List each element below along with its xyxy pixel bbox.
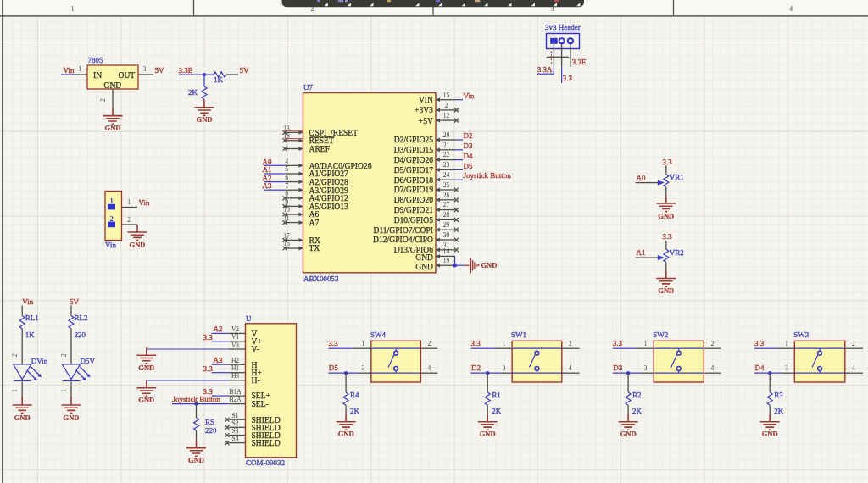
- svg-text:B1A: B1A: [229, 388, 242, 396]
- svg-text:1: 1: [11, 389, 19, 392]
- svg-text:3.3: 3.3: [203, 364, 214, 373]
- svg-text:1: 1: [78, 65, 81, 73]
- svg-text:2: 2: [127, 216, 131, 224]
- svg-text:2K: 2K: [774, 407, 784, 415]
- svg-text:15: 15: [443, 92, 450, 99]
- svg-text:Vin: Vin: [464, 92, 475, 100]
- svg-text:Vin: Vin: [105, 241, 116, 249]
- svg-text:2: 2: [109, 214, 113, 223]
- svg-text:V2: V2: [231, 325, 239, 333]
- svg-text:1: 1: [109, 197, 113, 205]
- svg-text:3: 3: [503, 364, 506, 372]
- svg-text:VR1: VR1: [670, 173, 684, 181]
- svg-text:D10/GPIO5: D10/GPIO5: [394, 215, 434, 225]
- svg-text:3.3: 3.3: [663, 158, 673, 166]
- svg-text:3: 3: [362, 364, 365, 372]
- svg-text:3: 3: [143, 65, 147, 73]
- svg-text:SW4: SW4: [370, 330, 387, 339]
- svg-text:A2: A2: [214, 325, 223, 333]
- svg-text:S3: S3: [232, 427, 239, 435]
- svg-text:1K: 1K: [214, 75, 224, 84]
- svg-text:3.3: 3.3: [754, 339, 765, 347]
- svg-text:D8/GPIO20: D8/GPIO20: [394, 195, 434, 204]
- svg-text:GND: GND: [415, 253, 433, 262]
- svg-text:S2: S2: [232, 419, 239, 427]
- svg-text:30: 30: [443, 231, 450, 239]
- svg-text:R2: R2: [632, 391, 642, 399]
- svg-text:D9/GPIO21: D9/GPIO21: [394, 205, 434, 214]
- svg-text:D5: D5: [329, 364, 338, 372]
- svg-text:SEL-: SEL-: [252, 399, 269, 408]
- svg-text:SW3: SW3: [793, 330, 810, 339]
- svg-text:VR2: VR2: [670, 248, 684, 257]
- svg-text:DVin: DVin: [31, 357, 48, 365]
- svg-text:7: 7: [285, 182, 288, 190]
- svg-text:1: 1: [644, 340, 648, 347]
- svg-text:3.3E: 3.3E: [179, 66, 193, 75]
- svg-text:A1: A1: [637, 248, 646, 257]
- svg-text:2: 2: [569, 340, 572, 347]
- svg-text:D12/GPIO4/CIPO: D12/GPIO4/CIPO: [373, 235, 433, 244]
- svg-text:23: 23: [443, 161, 450, 169]
- svg-text:S4: S4: [232, 435, 239, 442]
- svg-text:VIN: VIN: [419, 95, 433, 104]
- svg-text:IN: IN: [93, 70, 102, 80]
- svg-text:5V: 5V: [155, 66, 165, 75]
- svg-text:SW2: SW2: [653, 330, 668, 339]
- svg-text:H2: H2: [231, 357, 239, 364]
- svg-text:RL1: RL1: [25, 314, 39, 322]
- svg-text:GND: GND: [481, 261, 498, 269]
- svg-text:4: 4: [789, 5, 793, 13]
- svg-text:A0: A0: [263, 158, 272, 166]
- svg-text:GND: GND: [104, 80, 122, 90]
- svg-text:A1: A1: [263, 165, 272, 174]
- svg-text:U7: U7: [303, 83, 313, 92]
- svg-text:S1: S1: [232, 412, 239, 419]
- svg-text:V-: V-: [252, 344, 259, 353]
- svg-text:A0: A0: [637, 174, 646, 182]
- svg-text:4: 4: [428, 364, 431, 372]
- svg-text:A7: A7: [309, 218, 320, 227]
- svg-text:21: 21: [443, 142, 450, 149]
- svg-text:7805: 7805: [88, 56, 104, 64]
- svg-text:D4/GPIO26: D4/GPIO26: [394, 155, 434, 164]
- svg-text:Vin: Vin: [64, 66, 75, 75]
- svg-text:1: 1: [362, 340, 365, 347]
- svg-text:R1: R1: [492, 391, 501, 399]
- svg-text:3.3: 3.3: [203, 333, 214, 341]
- svg-text:1: 1: [503, 340, 506, 347]
- svg-text:H-: H-: [252, 375, 260, 385]
- svg-text:Vin: Vin: [22, 297, 33, 306]
- svg-text:28: 28: [443, 211, 450, 219]
- svg-text:OUT: OUT: [119, 70, 136, 80]
- svg-text:D4: D4: [464, 152, 473, 160]
- svg-text:AREF: AREF: [309, 144, 331, 153]
- svg-text:6: 6: [285, 174, 288, 181]
- svg-text:5V: 5V: [70, 297, 80, 306]
- svg-text:14: 14: [443, 247, 450, 255]
- svg-text:22: 22: [443, 151, 450, 158]
- svg-text:D2/GPIO25: D2/GPIO25: [394, 135, 434, 144]
- svg-text:26: 26: [443, 192, 450, 199]
- svg-text:12: 12: [443, 112, 450, 119]
- svg-text:3.3E: 3.3E: [572, 58, 587, 66]
- svg-text:B2A: B2A: [229, 396, 242, 403]
- svg-text:3.3: 3.3: [471, 339, 481, 347]
- svg-text:3: 3: [785, 364, 788, 372]
- svg-text:4: 4: [852, 364, 855, 372]
- svg-text:2: 2: [852, 340, 855, 347]
- svg-text:1: 1: [60, 389, 68, 392]
- svg-text:RL2: RL2: [75, 314, 88, 322]
- svg-text:D5V: D5V: [81, 357, 96, 365]
- svg-text:19: 19: [443, 257, 450, 264]
- svg-text:2: 2: [428, 340, 431, 347]
- svg-text:RS: RS: [205, 418, 214, 426]
- svg-text:D3/GPIO15: D3/GPIO15: [394, 145, 434, 154]
- svg-text:D2: D2: [464, 131, 473, 140]
- svg-text:D5/GPIO17: D5/GPIO17: [394, 165, 434, 175]
- svg-text:SW1: SW1: [511, 330, 526, 339]
- svg-text:1: 1: [127, 198, 131, 206]
- svg-text:3.3: 3.3: [328, 339, 338, 347]
- svg-text:2K: 2K: [350, 407, 360, 415]
- svg-text:1K: 1K: [25, 330, 36, 339]
